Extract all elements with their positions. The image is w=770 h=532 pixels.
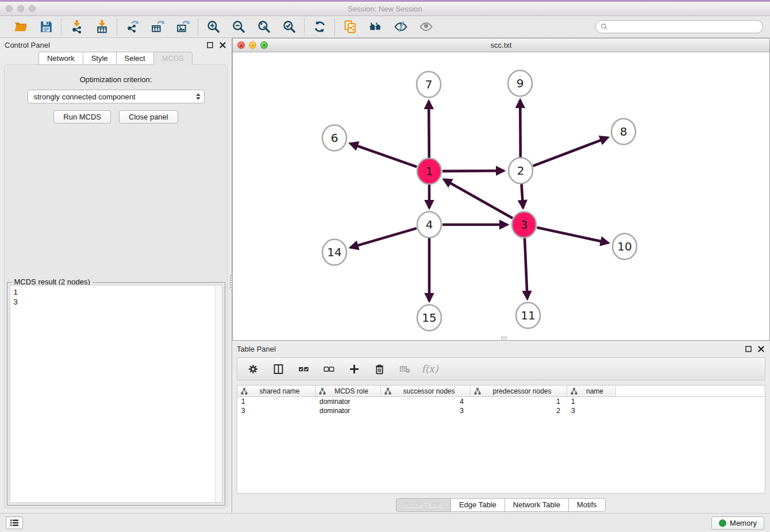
table-row[interactable]: 3dominator323 (237, 406, 765, 415)
table-toolbar: f(x) (237, 357, 765, 380)
delete-column-icon[interactable] (373, 363, 386, 375)
status-bar: Memory (0, 513, 770, 532)
svg-text:2: 2 (517, 164, 525, 178)
graph-node-7[interactable]: 7 (417, 72, 441, 98)
graph-node-1[interactable]: 1 (417, 159, 441, 184)
export-table-icon[interactable] (150, 20, 165, 34)
cell-successor-nodes[interactable]: 3 (381, 406, 471, 415)
task-history-button[interactable] (6, 516, 23, 529)
network-maximize-icon[interactable]: + (260, 41, 268, 49)
edge-1-7[interactable] (429, 101, 429, 158)
edge-3-1[interactable] (444, 179, 513, 218)
criterion-dropdown-value: strongly connected component (34, 92, 196, 101)
graph-node-3[interactable]: 3 (512, 212, 536, 238)
graph-node-6[interactable]: 6 (322, 125, 346, 151)
cell-shared-name[interactable]: 1 (237, 397, 315, 406)
cell-predecessor-nodes[interactable]: 1 (471, 397, 567, 406)
tab-select[interactable]: Select (116, 52, 154, 65)
zoom-selected-icon[interactable] (282, 20, 297, 34)
tab-edge-table[interactable]: Edge Table (451, 498, 505, 512)
edge-2-3[interactable] (522, 184, 523, 208)
zoom-in-icon[interactable] (206, 20, 221, 34)
graph-node-10[interactable]: 10 (613, 234, 637, 260)
float-panel-icon[interactable] (205, 40, 214, 49)
result-scrollbar[interactable] (215, 286, 222, 502)
close-panel-icon[interactable] (218, 40, 227, 49)
refresh-icon[interactable] (312, 20, 327, 34)
edge-1-6[interactable] (350, 144, 417, 167)
search-field[interactable] (595, 20, 763, 33)
memory-button-label: Memory (730, 519, 757, 527)
column-header-MCDS-role[interactable]: MCDS role (315, 385, 381, 396)
cell-predecessor-nodes[interactable]: 2 (471, 406, 567, 415)
cell-MCDS-role[interactable]: dominator (315, 397, 381, 406)
float-table-panel-icon[interactable] (744, 344, 753, 353)
column-header-predecessor-nodes[interactable]: predecessor nodes (471, 385, 567, 396)
close-panel-button[interactable]: Close panel (119, 110, 178, 124)
graph-node-11[interactable]: 11 (516, 303, 540, 329)
column-header-name[interactable]: name (567, 385, 616, 396)
network-window-titlebar: x − + scc.txt (233, 38, 769, 52)
network-minimize-icon[interactable]: − (249, 41, 256, 49)
export-image-icon[interactable] (175, 20, 190, 34)
settings-gear-icon[interactable] (247, 363, 259, 375)
import-table-icon[interactable] (94, 20, 109, 34)
run-mcds-button[interactable]: Run MCDS (53, 110, 111, 124)
home-icon[interactable] (368, 20, 383, 34)
criterion-dropdown[interactable]: strongly connected component (28, 90, 205, 103)
duplicate-network-icon[interactable] (342, 20, 357, 34)
hide-details-eye-icon[interactable] (393, 20, 408, 34)
save-icon[interactable] (38, 20, 53, 34)
edge-2-8[interactable] (533, 137, 608, 165)
node-table: shared nameMCDS rolesuccessor nodesprede… (237, 385, 765, 494)
graph-node-8[interactable]: 8 (611, 119, 636, 145)
select-all-checks-icon[interactable] (297, 363, 310, 375)
import-network-icon[interactable] (69, 20, 84, 34)
graph-node-9[interactable]: 9 (508, 71, 532, 97)
close-table-panel-icon[interactable] (756, 344, 765, 353)
canvas-splitter-handle[interactable] (501, 336, 507, 340)
deselect-checks-icon[interactable] (322, 363, 335, 375)
show-details-eye-icon[interactable] (418, 20, 433, 34)
tab-network[interactable]: Network (38, 52, 83, 65)
tab-motifs[interactable]: Motifs (568, 498, 606, 512)
open-folder-icon[interactable] (13, 20, 28, 34)
tab-style[interactable]: Style (83, 52, 117, 65)
cell-successor-nodes[interactable]: 4 (381, 397, 471, 406)
split-panel-icon[interactable] (272, 363, 284, 375)
tab-mcds[interactable]: MCDS (153, 52, 192, 65)
mcds-result-box: MCDS result (2 nodes) 1 3 (7, 282, 225, 506)
cell-shared-name[interactable]: 3 (237, 406, 315, 415)
memory-button[interactable]: Memory (711, 516, 764, 530)
dropdown-stepper-icon (196, 93, 201, 100)
list-icon (10, 519, 19, 527)
zoom-out-icon[interactable] (231, 20, 246, 34)
export-network-icon[interactable] (125, 20, 140, 34)
graph-node-4[interactable]: 4 (417, 212, 441, 238)
edge-3-11[interactable] (525, 238, 528, 299)
table-row[interactable]: 1dominator411 (237, 397, 765, 406)
cell-name[interactable]: 1 (567, 397, 616, 406)
cell-MCDS-role[interactable]: dominator (315, 406, 381, 415)
graph-node-15[interactable]: 15 (417, 305, 441, 331)
column-header-successor-nodes[interactable]: successor nodes (381, 385, 471, 396)
graph-node-2[interactable]: 2 (509, 158, 533, 184)
search-input[interactable] (611, 23, 758, 31)
add-column-icon[interactable] (348, 363, 360, 375)
svg-text:6: 6 (331, 131, 338, 145)
edge-2-9[interactable] (520, 100, 521, 157)
edge-1-2[interactable] (442, 171, 504, 171)
tab-network-table[interactable]: Network Table (505, 498, 569, 512)
svg-text:4: 4 (426, 218, 433, 232)
function-fx-icon: f(x) (424, 363, 436, 375)
graph-node-14[interactable]: 14 (322, 240, 346, 265)
graph-canvas[interactable]: 7968124314101511 (233, 52, 769, 340)
cell-name[interactable]: 3 (567, 406, 616, 415)
tab-node-table[interactable]: Node Table (396, 498, 451, 512)
zoom-fit-icon[interactable] (256, 20, 271, 34)
edge-3-10[interactable] (537, 228, 609, 243)
control-panel-tabs: NetworkStyleSelectMCDS (0, 52, 232, 65)
network-close-icon[interactable]: x (237, 41, 245, 49)
column-header-shared-name[interactable]: shared name (237, 385, 315, 396)
edge-4-14[interactable] (351, 228, 417, 248)
